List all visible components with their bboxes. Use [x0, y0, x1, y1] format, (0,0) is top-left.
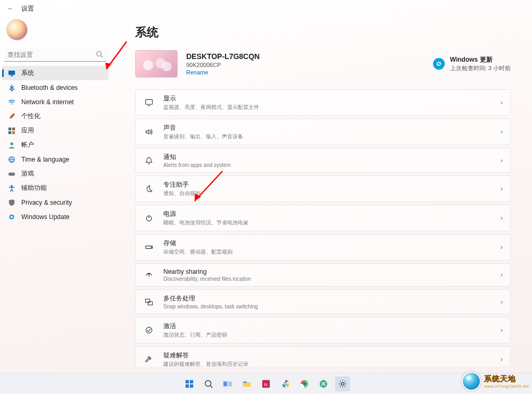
- taskbar-chrome-button[interactable]: [278, 376, 293, 391]
- taskbar-explorer-button[interactable]: [239, 376, 254, 391]
- watermark-line2: www.XiTongTianDi.net: [484, 384, 529, 389]
- taskbar-start-button[interactable]: [182, 376, 197, 391]
- sidebar-item-system[interactable]: 系统: [2, 66, 109, 80]
- chevron-right-icon: ›: [501, 128, 503, 136]
- gamepad-icon: [7, 170, 16, 178]
- sidebar-item-label: Network & internet: [21, 98, 74, 106]
- sidebar-item-label: 系统: [21, 69, 34, 78]
- bluetooth-icon: [7, 83, 16, 92]
- card-troubleshoot[interactable]: 疑难解答建议的疑难解答、首选项和历史记录 ›: [135, 346, 511, 366]
- svg-point-0: [97, 52, 102, 56]
- card-notifications[interactable]: 通知Alerts from apps and system ›: [135, 148, 511, 173]
- display-icon: [143, 98, 155, 107]
- card-sound[interactable]: 声音音量级别、输出、输入、声音设备 ›: [135, 119, 511, 145]
- card-title: 多任务处理: [163, 294, 501, 303]
- watermark: 系统天地 www.XiTongTianDi.net: [462, 372, 529, 391]
- watermark-globe-icon: [462, 372, 481, 391]
- person-icon: [7, 141, 16, 149]
- card-multitasking[interactable]: 多任务处理Snap windows, desktops, task switch…: [135, 289, 511, 314]
- brush-icon: [7, 112, 16, 121]
- taskbar-taskview-button[interactable]: [220, 376, 235, 391]
- search-field[interactable]: [4, 48, 106, 62]
- svg-rect-18: [146, 299, 150, 302]
- svg-rect-25: [186, 380, 189, 383]
- title-bar: ← 设置: [0, 0, 532, 17]
- card-title: 通知: [163, 153, 501, 162]
- svg-point-29: [205, 380, 211, 386]
- update-title: Windows 更新: [450, 55, 511, 64]
- wrench-icon: [143, 355, 155, 364]
- svg-rect-26: [190, 380, 193, 383]
- update-sub: 上次检查时间: 3 小时前: [450, 64, 511, 72]
- chevron-right-icon: ›: [501, 214, 503, 222]
- share-icon: [143, 271, 155, 279]
- search-input[interactable]: [4, 48, 106, 62]
- chevron-right-icon: ›: [501, 298, 503, 306]
- sidebar-item-bluetooth[interactable]: Bluetooth & devices: [2, 80, 109, 95]
- chevron-right-icon: ›: [501, 271, 503, 279]
- card-activation[interactable]: 激活激活状态、订阅、产品密钥 ›: [135, 317, 511, 343]
- chevron-right-icon: ›: [501, 244, 503, 251]
- card-display[interactable]: 显示监视器、亮度、夜间模式、显示配置文件 ›: [135, 89, 511, 116]
- taskbar-search-button[interactable]: [201, 376, 216, 391]
- svg-rect-3: [10, 75, 13, 76]
- watermark-line1: 系统天地: [484, 374, 529, 384]
- sidebar-item-time-language[interactable]: Time & language: [2, 152, 109, 166]
- card-title: 声音: [163, 123, 501, 132]
- svg-point-38: [284, 383, 286, 385]
- taskbar-app1-button[interactable]: N: [259, 376, 273, 391]
- card-nearby-sharing[interactable]: Nearby sharingDiscoverability, received …: [135, 263, 511, 287]
- sidebar-item-gaming[interactable]: 游戏: [2, 166, 109, 181]
- sidebar-item-label: 辅助功能: [21, 183, 47, 192]
- sidebar-item-label: Bluetooth & devices: [21, 84, 78, 91]
- accessibility-icon: [7, 184, 16, 192]
- sidebar-item-personalization[interactable]: 个性化: [2, 109, 109, 123]
- windows-update-card[interactable]: Windows 更新 上次检查时间: 3 小时前: [433, 55, 511, 72]
- search-icon: [96, 51, 103, 58]
- sidebar-item-accessibility[interactable]: 辅助功能: [2, 181, 109, 195]
- taskbar-app2-button[interactable]: [297, 376, 312, 391]
- card-sub: 激活状态、订阅、产品密钥: [163, 331, 501, 339]
- chevron-right-icon: ›: [501, 99, 503, 106]
- card-sub: 监视器、亮度、夜间模式、显示配置文件: [163, 104, 501, 111]
- svg-point-40: [303, 382, 305, 385]
- svg-line-1: [101, 56, 103, 58]
- chevron-right-icon: ›: [501, 157, 503, 164]
- user-avatar-zone[interactable]: [2, 17, 109, 48]
- svg-rect-27: [186, 384, 189, 387]
- card-power[interactable]: 电源睡眠、电池使用情况、节省电池电量 ›: [135, 205, 511, 231]
- chevron-right-icon: ›: [501, 356, 503, 363]
- taskbar-settings-button[interactable]: [335, 376, 350, 391]
- sidebar-item-privacy[interactable]: Privacy & security: [2, 195, 109, 209]
- svg-rect-12: [146, 99, 153, 104]
- svg-rect-6: [9, 131, 11, 133]
- sidebar-item-network[interactable]: Network & internet: [2, 95, 109, 109]
- card-focus-assist[interactable]: 专注助手通知、自动规则 ›: [135, 175, 511, 202]
- card-storage[interactable]: 存储存储空间、驱动器、配置规则 ›: [135, 234, 511, 261]
- device-row: DESKTOP-L7G8CQN 90K20006CP Rename Window…: [135, 50, 511, 78]
- svg-rect-28: [190, 384, 193, 387]
- sidebar-item-accounts[interactable]: 帐户: [2, 138, 109, 152]
- sidebar-item-label: Time & language: [21, 156, 69, 163]
- card-sub: 存储空间、驱动器、配置规则: [163, 248, 501, 256]
- sidebar-item-label: Windows Update: [21, 213, 70, 221]
- svg-point-17: [151, 247, 152, 247]
- wifi-icon: [7, 98, 16, 106]
- taskbar-app3-button[interactable]: [316, 376, 331, 391]
- sidebar: 系统 Bluetooth & devices Network & interne…: [0, 17, 111, 224]
- svg-point-20: [146, 327, 152, 333]
- chevron-right-icon: ›: [501, 185, 503, 192]
- card-sub: 睡眠、电池使用情况、节省电池电量: [163, 219, 501, 227]
- moon-icon: [143, 185, 155, 193]
- rename-link[interactable]: Rename: [186, 69, 260, 76]
- sidebar-item-apps[interactable]: 应用: [2, 123, 109, 138]
- avatar-icon: [6, 19, 28, 40]
- card-sub: Discoverability, received files location: [163, 276, 501, 282]
- device-model: 90K20006CP: [186, 62, 260, 68]
- bell-icon: [143, 156, 155, 165]
- back-button[interactable]: ←: [5, 5, 16, 12]
- svg-point-42: [341, 382, 344, 385]
- chevron-right-icon: ›: [501, 326, 503, 334]
- svg-rect-5: [12, 127, 15, 130]
- sidebar-item-windows-update[interactable]: Windows Update: [2, 209, 109, 224]
